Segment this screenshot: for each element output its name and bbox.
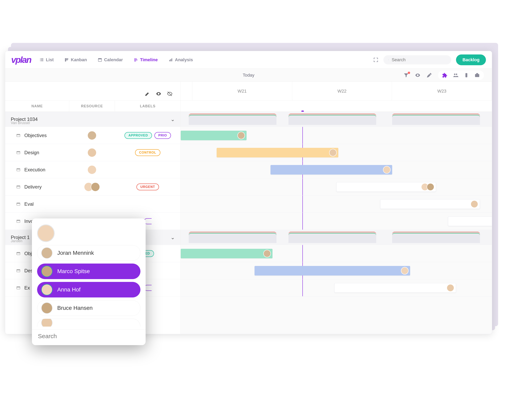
svg-rect-39 — [17, 269, 20, 270]
svg-rect-1 — [41, 58, 43, 59]
svg-rect-35 — [17, 220, 20, 221]
gantt-bar[interactable] — [334, 283, 456, 293]
search-field[interactable] — [383, 55, 451, 64]
card-icon — [16, 269, 21, 273]
columns-header: NAME RESOURCE LABELS — [5, 101, 181, 112]
popover-search[interactable] — [37, 329, 140, 340]
card-icon — [16, 251, 21, 256]
nav-list[interactable]: List — [37, 56, 56, 64]
capacity-hump — [288, 114, 376, 125]
fullscreen-icon[interactable] — [373, 57, 379, 63]
task-row[interactable]: Objectives APPROVEDPRIO — [5, 127, 181, 144]
gantt-bar[interactable] — [271, 165, 392, 175]
nav-timeline[interactable]: Timeline — [131, 56, 160, 64]
group-subtitle: Jansen — [11, 239, 22, 243]
svg-rect-37 — [17, 252, 20, 253]
sub-toolbar: Today — [5, 69, 492, 82]
task-name: Obj — [24, 251, 32, 256]
nav-calendar[interactable]: Calendar — [95, 56, 125, 64]
avatar[interactable] — [87, 131, 96, 140]
task-name: Ex — [24, 285, 30, 291]
eye-icon[interactable] — [415, 72, 420, 78]
svg-rect-13 — [134, 61, 136, 61]
avatar — [329, 149, 337, 156]
person-name: Bruce Hansen — [57, 305, 93, 311]
backlog-button[interactable]: Backlog — [456, 54, 486, 65]
sub-toolbar-right — [403, 70, 492, 80]
person-option[interactable]: Anna Hof — [37, 282, 140, 298]
avatar — [401, 267, 409, 274]
svg-rect-0 — [40, 58, 41, 59]
gantt-bar[interactable] — [181, 131, 247, 140]
people-icon[interactable] — [453, 72, 458, 78]
nav-kanban[interactable]: Kanban — [62, 56, 89, 64]
filter-icon[interactable] — [403, 72, 409, 78]
eye-icon-panel[interactable] — [156, 91, 161, 96]
svg-rect-29 — [17, 168, 20, 169]
topbar-right: Backlog — [373, 54, 486, 65]
card-icon — [16, 185, 21, 189]
nav-timeline-label: Timeline — [140, 57, 158, 63]
svg-point-17 — [388, 60, 389, 60]
gantt-bar[interactable] — [254, 266, 410, 276]
nav-list-label: List — [46, 57, 54, 63]
card-icon — [16, 286, 21, 290]
svg-point-19 — [454, 73, 456, 75]
svg-rect-6 — [65, 58, 66, 61]
column-name-header: NAME — [5, 101, 69, 112]
selected-avatar-large — [37, 224, 55, 242]
capacity-hump — [392, 232, 480, 243]
group-row[interactable]: Project 1034 Van Brussel ⌄ — [5, 112, 181, 127]
week-header: W21 W22 W23 — [181, 82, 492, 101]
week-column: W21 — [192, 82, 292, 100]
person-option[interactable]: Marco Spitse — [37, 264, 140, 279]
task-row[interactable]: Design CONTROL — [5, 144, 181, 161]
nav-analysis[interactable]: Analysis — [166, 56, 196, 64]
person-name: Marco Spitse — [57, 268, 90, 274]
tools-icon[interactable] — [426, 72, 432, 78]
pencil-icon[interactable] — [145, 91, 150, 96]
task-row[interactable]: Execution — [5, 161, 181, 178]
person-option-partial[interactable] — [37, 319, 140, 327]
gantt-group-header — [181, 230, 492, 245]
popover-search-input[interactable] — [38, 333, 140, 340]
avatar — [471, 200, 478, 208]
list-icon — [39, 58, 44, 62]
gantt-bar[interactable] — [217, 148, 338, 157]
task-name: Delivery — [24, 184, 42, 190]
person-name: Anna Hof — [57, 286, 81, 293]
person-option[interactable]: Bruce Hansen — [37, 300, 140, 316]
label-badge: APPROVED — [125, 132, 152, 139]
card-icon — [16, 219, 21, 223]
svg-rect-16 — [171, 58, 172, 61]
column-icon[interactable] — [464, 72, 469, 78]
puzzle-icon[interactable] — [442, 72, 448, 78]
avatar[interactable] — [87, 148, 96, 157]
task-row[interactable]: Delivery URGENT — [5, 178, 181, 196]
avatar — [427, 183, 434, 191]
chevron-down-icon: ⌄ — [171, 116, 175, 122]
gantt-bar[interactable] — [181, 249, 272, 258]
today-label[interactable]: Today — [243, 73, 254, 78]
eye-off-icon[interactable] — [167, 91, 172, 96]
gantt-bar[interactable] — [336, 182, 436, 192]
briefcase-icon[interactable] — [474, 72, 480, 78]
svg-rect-27 — [17, 151, 20, 152]
gantt-bar[interactable] — [380, 199, 480, 209]
person-option[interactable]: Joran Mennink — [37, 245, 140, 261]
week-spacer — [181, 82, 192, 100]
gantt-bar[interactable] — [448, 216, 492, 226]
avatar[interactable] — [87, 165, 96, 174]
avatar — [41, 266, 52, 277]
svg-rect-25 — [17, 134, 20, 135]
brand-text: vplan — [11, 55, 31, 65]
timeline-body[interactable] — [181, 112, 492, 297]
svg-rect-10 — [98, 58, 101, 59]
svg-rect-3 — [41, 59, 43, 60]
avatar[interactable] — [91, 182, 100, 191]
search-input[interactable] — [392, 57, 446, 63]
calendar-icon — [98, 58, 102, 62]
svg-rect-7 — [66, 58, 68, 60]
task-row[interactable]: Eval — [5, 196, 181, 213]
svg-rect-22 — [475, 74, 479, 77]
